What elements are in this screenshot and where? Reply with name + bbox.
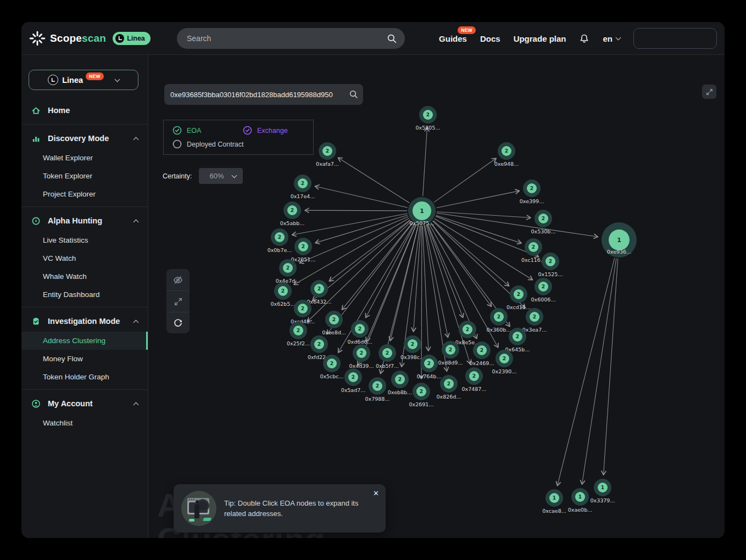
graph-node[interactable]: 20x17e4...	[291, 175, 315, 199]
bell-icon	[579, 33, 589, 44]
sidebar-item-address-clustering[interactable]: Address Clustering	[21, 332, 148, 350]
sidebar-item-vc-watch[interactable]: VC Watch	[21, 249, 148, 267]
graph-node[interactable]: 20x2691...	[409, 383, 434, 407]
graph-node[interactable]: 20x4d39...	[349, 344, 374, 369]
graph-node[interactable]: 20xe399...	[520, 180, 544, 204]
graph-node[interactable]: 20x6006...	[531, 278, 556, 303]
address-input[interactable]	[170, 91, 349, 99]
sidebar-item-project-explorer[interactable]: Project Explorer	[21, 185, 148, 203]
svg-text:2: 2	[301, 181, 304, 186]
graph-node[interactable]: 20x62b5...	[271, 282, 296, 307]
legend-deployed-contract[interactable]: Deployed Contract	[172, 139, 313, 149]
sidebar-item-watchlist[interactable]: Watchlist	[21, 414, 148, 432]
notifications-button[interactable]	[579, 33, 589, 44]
graph-node[interactable]: 20x7988...	[365, 377, 390, 402]
graph-edge	[435, 219, 533, 280]
sidebar-group-alpha-hunting[interactable]: Alpha Hunting	[21, 210, 148, 231]
graph-edge	[315, 215, 408, 243]
graph-node[interactable]: 20xe948...	[494, 142, 519, 167]
sidebar-item-token-explorer[interactable]: Token Explorer	[21, 167, 148, 185]
search-input[interactable]	[187, 34, 387, 43]
sidebar-item-entity-dashboard[interactable]: Entity Dashboard	[21, 285, 148, 304]
graph-node[interactable]: 10xe936...	[602, 222, 637, 257]
graph-node[interactable]: 10xae0b...	[568, 488, 592, 513]
svg-text:0x5805...: 0x5805...	[416, 125, 441, 131]
nav-docs[interactable]: Docs	[480, 34, 500, 43]
svg-text:2: 2	[542, 216, 545, 221]
svg-text:0x4e7d...: 0x4e7d...	[276, 278, 300, 284]
svg-text:2: 2	[516, 334, 519, 339]
refresh-button[interactable]	[166, 312, 190, 333]
graph-node[interactable]: 20xafa7...	[316, 142, 339, 167]
brand[interactable]: Scopescan Linea	[21, 30, 151, 47]
graph-node[interactable]: 20x0b7e...	[268, 228, 292, 253]
chevron-up-icon	[133, 219, 139, 225]
expand-graph-button[interactable]	[166, 290, 190, 312]
divider	[21, 124, 148, 125]
svg-text:0x360b...: 0x360b...	[487, 327, 511, 333]
nav-upgrade-plan[interactable]: Upgrade plan	[514, 34, 566, 43]
svg-text:1: 1	[601, 485, 604, 490]
graph-node[interactable]: 20x4e7d...	[276, 259, 300, 284]
svg-text:0xd8d9...: 0xd8d9...	[438, 360, 463, 366]
svg-text:0xd6d6...: 0xd6d6...	[348, 339, 372, 345]
svg-text:2: 2	[301, 306, 304, 311]
graph-node[interactable]: 20xb5f7...	[376, 344, 399, 369]
svg-text:0xe948...: 0xe948...	[494, 161, 519, 167]
svg-text:2: 2	[480, 348, 483, 353]
legend-eoa[interactable]: EOA	[172, 126, 243, 135]
graph-edge	[294, 218, 409, 284]
graph-node[interactable]: 20x5805...	[416, 106, 441, 131]
hide-labels-button[interactable]	[166, 269, 190, 290]
graph-node[interactable]: 10x5075...	[408, 197, 436, 226]
graph-node[interactable]: 20x2051...	[291, 238, 316, 262]
graph-node[interactable]: 20x7487...	[462, 367, 487, 392]
svg-text:0x4d39...: 0x4d39...	[349, 363, 374, 369]
sidebar-group-investigation-mode[interactable]: Investigation Mode	[21, 311, 148, 332]
language-selector[interactable]: en	[603, 34, 620, 43]
sidebar-item-whale-watch[interactable]: Whale Watch	[21, 267, 148, 285]
graph-node[interactable]: 20x1525...	[538, 253, 563, 277]
graph-node[interactable]: 20x25f2...	[287, 322, 310, 346]
graph-node[interactable]: 20xd6d6...	[348, 320, 372, 345]
fullscreen-button[interactable]	[702, 85, 716, 99]
expand-icon	[173, 296, 183, 307]
graph-node[interactable]: 20x530b...	[531, 210, 556, 234]
graph-edge	[558, 258, 615, 486]
legend-exchange[interactable]: Exchange	[243, 126, 313, 135]
graph-edge	[582, 259, 616, 485]
graph-node[interactable]: 20x6432...	[307, 280, 332, 305]
linea-icon	[48, 75, 58, 85]
nav-guides[interactable]: Guides NEW	[439, 34, 467, 43]
graph-node[interactable]: 20xcd15...	[506, 285, 531, 310]
svg-text:2: 2	[530, 186, 533, 191]
sidebar-item-live-statistics[interactable]: Live Statistics	[21, 231, 148, 249]
sidebar-item-money-flow[interactable]: Money Flow	[21, 350, 148, 368]
empty-circle-icon	[172, 139, 182, 149]
certainty-label: Certainty:	[163, 172, 192, 180]
graph-node[interactable]: 20x360b...	[487, 308, 511, 333]
sidebar-item-token-holder-graph[interactable]: Token Holder Graph	[21, 368, 148, 386]
chevron-up-icon	[133, 402, 139, 407]
graph-node[interactable]: 20x2390...	[492, 350, 517, 374]
chain-selector[interactable]: Linea NEW	[29, 70, 138, 90]
graph-node[interactable]: 20xc116...	[521, 238, 545, 263]
search-icon	[387, 33, 397, 44]
graph-node[interactable]: 20x5ad7...	[341, 368, 366, 393]
graph-node[interactable]: 20x3ea7...	[522, 308, 547, 333]
graph-node[interactable]: 10x3379...	[591, 479, 615, 503]
close-icon[interactable]: ✕	[373, 490, 379, 497]
graph-node[interactable]: 20xeb8b...	[388, 371, 412, 395]
sidebar-item-wallet-explorer[interactable]: Wallet Explorer	[21, 149, 148, 167]
sidebar-group-my-account[interactable]: My Account	[21, 393, 148, 414]
header-nav: Guides NEW Docs Upgrade plan en	[439, 22, 720, 55]
graph-node[interactable]: 20x5abb...	[280, 201, 305, 226]
svg-text:0x5abb...: 0x5abb...	[280, 220, 305, 226]
graph-node[interactable]: 10xcae8...	[542, 489, 566, 514]
wallet-connect-button[interactable]	[633, 28, 717, 49]
svg-text:0x2469...: 0x2469...	[470, 360, 494, 366]
graph-node[interactable]: 20x8e5e...	[455, 321, 480, 345]
sidebar-group-discovery-mode[interactable]: Discovery Mode	[21, 128, 148, 149]
sidebar-item-home[interactable]: Home	[21, 100, 148, 121]
certainty-select[interactable]: 60%	[199, 168, 243, 184]
